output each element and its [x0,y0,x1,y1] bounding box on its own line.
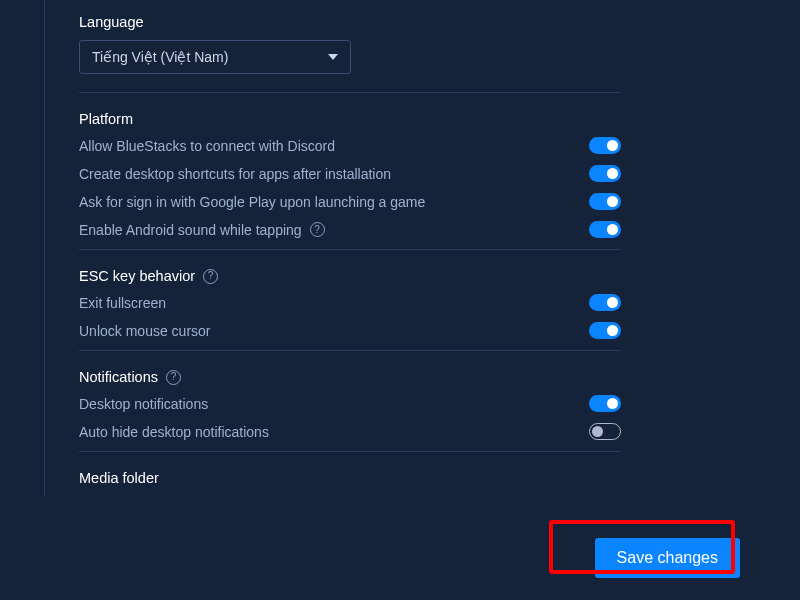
divider [79,451,621,452]
settings-panel: Language Tiếng Việt (Việt Nam) Platform … [44,0,800,496]
row-label: Exit fullscreen [79,295,166,311]
save-button[interactable]: Save changes [595,538,740,578]
toggle-unlock-mouse[interactable] [589,322,621,339]
divider [79,249,621,250]
notifications-title: Notifications ? [79,369,766,385]
toggle-desktop-notif[interactable] [589,395,621,412]
esc-row-exit-fullscreen: Exit fullscreen [79,294,621,311]
row-label: Create desktop shortcuts for apps after … [79,166,391,182]
row-label: Auto hide desktop notifications [79,424,269,440]
toggle-exit-fullscreen[interactable] [589,294,621,311]
language-select-value: Tiếng Việt (Việt Nam) [92,49,328,65]
esc-section: ESC key behavior ? Exit fullscreen Unloc… [79,268,766,339]
help-icon[interactable]: ? [310,222,325,237]
notif-row-desktop: Desktop notifications [79,395,621,412]
language-select[interactable]: Tiếng Việt (Việt Nam) [79,40,351,74]
row-label: Desktop notifications [79,396,208,412]
toggle-autohide-notif[interactable] [589,423,621,440]
help-icon[interactable]: ? [203,269,218,284]
platform-row-google-play: Ask for sign in with Google Play upon la… [79,193,621,210]
divider [79,92,621,93]
language-section: Language Tiếng Việt (Việt Nam) [79,14,766,74]
platform-row-discord: Allow BlueStacks to connect with Discord [79,137,621,154]
save-area: Save changes [595,538,740,578]
help-icon[interactable]: ? [166,370,181,385]
chevron-down-icon [328,54,338,60]
notifications-title-text: Notifications [79,369,158,385]
platform-title: Platform [79,111,766,127]
row-label: Ask for sign in with Google Play upon la… [79,194,425,210]
media-title: Media folder [79,470,766,486]
platform-row-shortcuts: Create desktop shortcuts for apps after … [79,165,621,182]
platform-section: Platform Allow BlueStacks to connect wit… [79,111,766,238]
notif-row-autohide: Auto hide desktop notifications [79,423,621,440]
row-label: Allow BlueStacks to connect with Discord [79,138,335,154]
platform-row-android-sound: Enable Android sound while tapping ? [79,221,621,238]
esc-title-text: ESC key behavior [79,268,195,284]
toggle-android-sound[interactable] [589,221,621,238]
toggle-shortcuts[interactable] [589,165,621,182]
esc-title: ESC key behavior ? [79,268,766,284]
row-label-text: Enable Android sound while tapping [79,222,302,238]
toggle-google-play[interactable] [589,193,621,210]
toggle-discord[interactable] [589,137,621,154]
divider [79,350,621,351]
row-label: Unlock mouse cursor [79,323,211,339]
language-title: Language [79,14,766,30]
row-label: Enable Android sound while tapping ? [79,222,325,238]
notifications-section: Notifications ? Desktop notifications Au… [79,369,766,440]
esc-row-unlock-mouse: Unlock mouse cursor [79,322,621,339]
media-section: Media folder [79,470,766,486]
